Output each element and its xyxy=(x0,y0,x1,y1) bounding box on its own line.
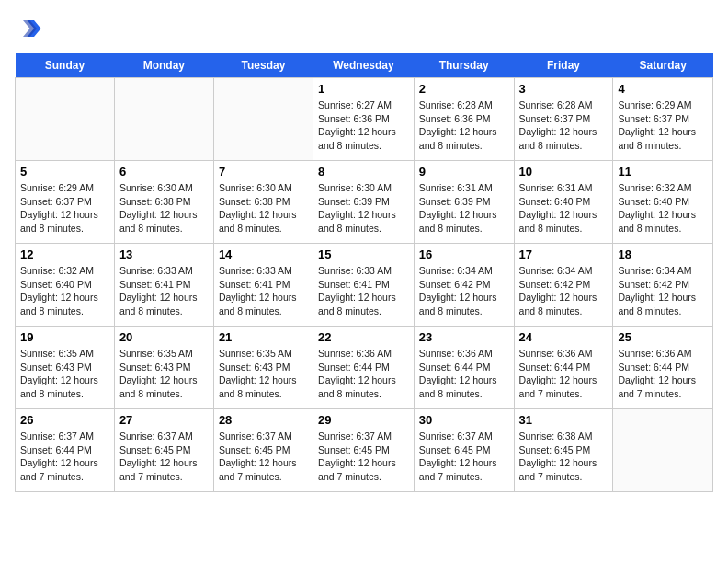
cell-sun-info: Sunrise: 6:29 AM Sunset: 6:37 PM Dayligh… xyxy=(20,181,109,236)
calendar-cell: 17Sunrise: 6:34 AM Sunset: 6:42 PM Dayli… xyxy=(514,244,613,327)
date-number: 18 xyxy=(618,247,708,261)
cell-sun-info: Sunrise: 6:36 AM Sunset: 6:44 PM Dayligh… xyxy=(618,347,708,401)
date-number: 25 xyxy=(618,330,708,344)
calendar-cell: 18Sunrise: 6:34 AM Sunset: 6:42 PM Dayli… xyxy=(613,244,713,327)
week-row-1: 1Sunrise: 6:27 AM Sunset: 6:36 PM Daylig… xyxy=(16,78,713,161)
cell-sun-info: Sunrise: 6:34 AM Sunset: 6:42 PM Dayligh… xyxy=(618,264,708,318)
date-number: 14 xyxy=(219,247,308,261)
date-number: 20 xyxy=(119,330,209,344)
week-row-4: 19Sunrise: 6:35 AM Sunset: 6:43 PM Dayli… xyxy=(16,327,713,409)
calendar-cell: 26Sunrise: 6:37 AM Sunset: 6:44 PM Dayli… xyxy=(16,409,115,492)
calendar-cell: 4Sunrise: 6:29 AM Sunset: 6:37 PM Daylig… xyxy=(613,78,713,161)
date-number: 9 xyxy=(419,165,509,178)
date-number: 12 xyxy=(20,247,109,261)
calendar-table: SundayMondayTuesdayWednesdayThursdayFrid… xyxy=(15,53,713,492)
date-number: 4 xyxy=(618,82,708,96)
date-number: 2 xyxy=(419,82,509,96)
calendar-cell: 9Sunrise: 6:31 AM Sunset: 6:39 PM Daylig… xyxy=(414,161,514,244)
week-row-5: 26Sunrise: 6:37 AM Sunset: 6:44 PM Dayli… xyxy=(16,409,713,492)
calendar-cell: 2Sunrise: 6:28 AM Sunset: 6:36 PM Daylig… xyxy=(414,78,514,161)
calendar-cell: 29Sunrise: 6:37 AM Sunset: 6:45 PM Dayli… xyxy=(313,409,415,492)
calendar-cell: 7Sunrise: 6:30 AM Sunset: 6:38 PM Daylig… xyxy=(213,161,313,244)
calendar-cell: 13Sunrise: 6:33 AM Sunset: 6:41 PM Dayli… xyxy=(114,244,213,327)
date-number: 3 xyxy=(519,82,609,96)
date-number: 31 xyxy=(519,413,609,427)
cell-sun-info: Sunrise: 6:31 AM Sunset: 6:39 PM Dayligh… xyxy=(419,181,509,236)
date-number: 7 xyxy=(219,165,308,178)
calendar-cell: 31Sunrise: 6:38 AM Sunset: 6:45 PM Dayli… xyxy=(514,409,613,492)
calendar-cell: 27Sunrise: 6:37 AM Sunset: 6:45 PM Dayli… xyxy=(114,409,213,492)
calendar-cell: 25Sunrise: 6:36 AM Sunset: 6:44 PM Dayli… xyxy=(613,327,713,409)
calendar-header-row: SundayMondayTuesdayWednesdayThursdayFrid… xyxy=(16,53,713,78)
cell-sun-info: Sunrise: 6:33 AM Sunset: 6:41 PM Dayligh… xyxy=(219,264,308,318)
cell-sun-info: Sunrise: 6:37 AM Sunset: 6:45 PM Dayligh… xyxy=(219,430,308,484)
cell-sun-info: Sunrise: 6:32 AM Sunset: 6:40 PM Dayligh… xyxy=(20,264,109,318)
cell-sun-info: Sunrise: 6:35 AM Sunset: 6:43 PM Dayligh… xyxy=(219,347,308,401)
date-number: 28 xyxy=(219,413,308,427)
week-row-3: 12Sunrise: 6:32 AM Sunset: 6:40 PM Dayli… xyxy=(16,244,713,327)
cell-sun-info: Sunrise: 6:36 AM Sunset: 6:44 PM Dayligh… xyxy=(318,347,409,401)
date-number: 29 xyxy=(318,413,409,427)
calendar-body: 1Sunrise: 6:27 AM Sunset: 6:36 PM Daylig… xyxy=(16,78,713,492)
cell-sun-info: Sunrise: 6:33 AM Sunset: 6:41 PM Dayligh… xyxy=(119,264,209,318)
day-header-thursday: Thursday xyxy=(414,53,514,78)
date-number: 27 xyxy=(119,413,209,427)
calendar-cell: 3Sunrise: 6:28 AM Sunset: 6:37 PM Daylig… xyxy=(514,78,613,161)
cell-sun-info: Sunrise: 6:29 AM Sunset: 6:37 PM Dayligh… xyxy=(618,98,708,153)
date-number: 30 xyxy=(419,413,509,427)
cell-sun-info: Sunrise: 6:33 AM Sunset: 6:41 PM Dayligh… xyxy=(318,264,409,318)
date-number: 23 xyxy=(419,330,509,344)
calendar-cell: 15Sunrise: 6:33 AM Sunset: 6:41 PM Dayli… xyxy=(313,244,415,327)
logo-icon xyxy=(15,15,42,42)
calendar-cell xyxy=(613,409,713,492)
day-header-saturday: Saturday xyxy=(613,53,713,78)
cell-sun-info: Sunrise: 6:35 AM Sunset: 6:43 PM Dayligh… xyxy=(20,347,109,401)
calendar-cell xyxy=(16,78,115,161)
day-header-tuesday: Tuesday xyxy=(213,53,313,78)
calendar-cell: 22Sunrise: 6:36 AM Sunset: 6:44 PM Dayli… xyxy=(313,327,415,409)
calendar-cell: 11Sunrise: 6:32 AM Sunset: 6:40 PM Dayli… xyxy=(613,161,713,244)
calendar-cell: 14Sunrise: 6:33 AM Sunset: 6:41 PM Dayli… xyxy=(213,244,313,327)
calendar-cell: 28Sunrise: 6:37 AM Sunset: 6:45 PM Dayli… xyxy=(213,409,313,492)
cell-sun-info: Sunrise: 6:35 AM Sunset: 6:43 PM Dayligh… xyxy=(119,347,209,401)
date-number: 16 xyxy=(419,247,509,261)
cell-sun-info: Sunrise: 6:30 AM Sunset: 6:38 PM Dayligh… xyxy=(119,181,209,236)
calendar-cell: 21Sunrise: 6:35 AM Sunset: 6:43 PM Dayli… xyxy=(213,327,313,409)
date-number: 5 xyxy=(20,165,109,178)
cell-sun-info: Sunrise: 6:37 AM Sunset: 6:44 PM Dayligh… xyxy=(20,430,109,484)
cell-sun-info: Sunrise: 6:37 AM Sunset: 6:45 PM Dayligh… xyxy=(318,430,409,484)
calendar-cell: 19Sunrise: 6:35 AM Sunset: 6:43 PM Dayli… xyxy=(16,327,115,409)
day-header-friday: Friday xyxy=(514,53,613,78)
day-header-monday: Monday xyxy=(114,53,213,78)
cell-sun-info: Sunrise: 6:36 AM Sunset: 6:44 PM Dayligh… xyxy=(419,347,509,401)
date-number: 8 xyxy=(318,165,409,178)
calendar-cell: 16Sunrise: 6:34 AM Sunset: 6:42 PM Dayli… xyxy=(414,244,514,327)
week-row-2: 5Sunrise: 6:29 AM Sunset: 6:37 PM Daylig… xyxy=(16,161,713,244)
calendar-cell: 8Sunrise: 6:30 AM Sunset: 6:39 PM Daylig… xyxy=(313,161,415,244)
cell-sun-info: Sunrise: 6:38 AM Sunset: 6:45 PM Dayligh… xyxy=(519,430,609,484)
page-header xyxy=(15,15,713,42)
date-number: 19 xyxy=(20,330,109,344)
calendar-cell xyxy=(114,78,213,161)
calendar-cell: 24Sunrise: 6:36 AM Sunset: 6:44 PM Dayli… xyxy=(514,327,613,409)
date-number: 24 xyxy=(519,330,609,344)
calendar-cell: 5Sunrise: 6:29 AM Sunset: 6:37 PM Daylig… xyxy=(16,161,115,244)
calendar-cell xyxy=(213,78,313,161)
date-number: 1 xyxy=(318,82,409,96)
date-number: 13 xyxy=(119,247,209,261)
cell-sun-info: Sunrise: 6:34 AM Sunset: 6:42 PM Dayligh… xyxy=(519,264,609,318)
cell-sun-info: Sunrise: 6:28 AM Sunset: 6:36 PM Dayligh… xyxy=(419,98,509,153)
date-number: 10 xyxy=(519,165,609,178)
cell-sun-info: Sunrise: 6:30 AM Sunset: 6:38 PM Dayligh… xyxy=(219,181,308,236)
date-number: 15 xyxy=(318,247,409,261)
logo xyxy=(15,15,46,42)
cell-sun-info: Sunrise: 6:27 AM Sunset: 6:36 PM Dayligh… xyxy=(318,98,409,153)
date-number: 21 xyxy=(219,330,308,344)
day-header-sunday: Sunday xyxy=(16,53,115,78)
cell-sun-info: Sunrise: 6:34 AM Sunset: 6:42 PM Dayligh… xyxy=(419,264,509,318)
cell-sun-info: Sunrise: 6:31 AM Sunset: 6:40 PM Dayligh… xyxy=(519,181,609,236)
calendar-cell: 1Sunrise: 6:27 AM Sunset: 6:36 PM Daylig… xyxy=(313,78,415,161)
calendar-cell: 6Sunrise: 6:30 AM Sunset: 6:38 PM Daylig… xyxy=(114,161,213,244)
date-number: 17 xyxy=(519,247,609,261)
calendar-cell: 12Sunrise: 6:32 AM Sunset: 6:40 PM Dayli… xyxy=(16,244,115,327)
